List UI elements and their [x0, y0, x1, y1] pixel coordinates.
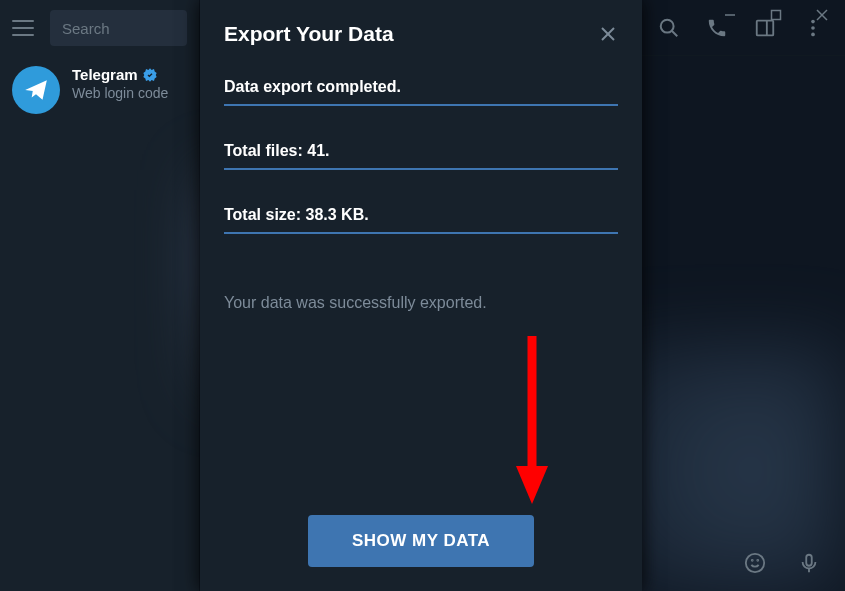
svg-point-9: [811, 26, 815, 30]
svg-point-8: [811, 19, 815, 23]
search-input[interactable]: Search: [50, 10, 187, 46]
sidebar: Search Telegram Web login code: [0, 0, 200, 591]
more-icon[interactable]: [793, 8, 833, 48]
search-placeholder: Search: [62, 20, 110, 37]
svg-rect-14: [806, 555, 812, 566]
total-files: Total files: 41.: [224, 142, 618, 160]
svg-point-12: [752, 560, 753, 561]
telegram-avatar: [12, 66, 60, 114]
modal-title: Export Your Data: [224, 22, 394, 46]
search-icon[interactable]: [649, 8, 689, 48]
verified-icon: [142, 67, 158, 83]
microphone-icon[interactable]: [789, 543, 829, 583]
menu-icon[interactable]: [12, 20, 34, 36]
chat-preview: Web login code: [72, 85, 187, 101]
phone-icon[interactable]: [697, 8, 737, 48]
export-data-modal: Export Your Data Data export completed. …: [200, 0, 642, 591]
success-message: Your data was successfully exported.: [224, 294, 618, 312]
svg-point-4: [661, 19, 674, 32]
svg-point-13: [757, 560, 758, 561]
show-my-data-button[interactable]: SHOW MY DATA: [308, 515, 534, 567]
emoji-icon[interactable]: [735, 543, 775, 583]
svg-rect-6: [757, 20, 774, 35]
svg-line-5: [672, 30, 678, 36]
svg-point-11: [746, 554, 764, 572]
total-size: Total size: 38.3 KB.: [224, 206, 618, 224]
svg-point-10: [811, 32, 815, 36]
chat-list-item[interactable]: Telegram Web login code: [0, 56, 199, 124]
sidebar-panel-icon[interactable]: [745, 8, 785, 48]
chat-title: Telegram: [72, 66, 138, 83]
export-status: Data export completed.: [224, 78, 618, 96]
close-icon[interactable]: [598, 24, 618, 44]
